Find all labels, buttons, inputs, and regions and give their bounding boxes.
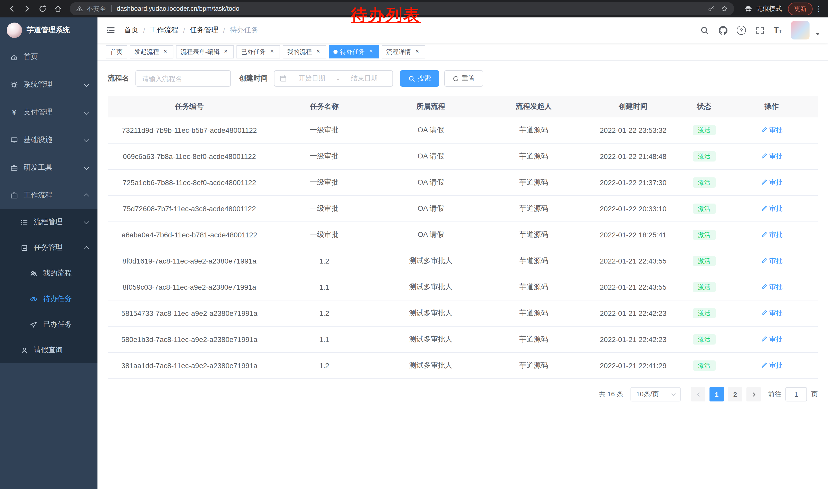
cell-task-name: 1.2 xyxy=(271,300,378,326)
goto-page-input[interactable] xyxy=(785,387,807,402)
col-task-name: 任务名称 xyxy=(271,96,378,118)
sidebar-item-my-process[interactable]: 我的流程 xyxy=(0,261,97,286)
tab-close-icon[interactable]: × xyxy=(315,48,322,55)
date-range-picker[interactable]: 开始日期 - 结束日期 xyxy=(274,70,393,87)
font-size-button[interactable]: TT xyxy=(774,26,782,34)
omnibox-actions xyxy=(707,5,728,12)
approve-link[interactable]: 审批 xyxy=(760,282,783,292)
tab[interactable]: 首页 xyxy=(106,45,127,58)
approve-link[interactable]: 审批 xyxy=(760,152,783,161)
cell-task-id: 580e1b3d-7ac8-11ec-a9e2-a2380e71991a xyxy=(108,326,271,353)
browser-forward-button[interactable] xyxy=(20,2,34,15)
docs-help-button[interactable]: ? xyxy=(737,26,746,35)
approve-link[interactable]: 审批 xyxy=(760,309,783,318)
user-avatar[interactable] xyxy=(791,21,810,40)
process-name-input[interactable] xyxy=(135,70,231,87)
page-content: 流程名 创建时间 开始日期 - 结束日期 搜索 重 xyxy=(97,61,828,504)
approve-link[interactable]: 审批 xyxy=(760,335,783,344)
browser-menu-button[interactable]: ⋮ xyxy=(815,2,823,15)
sidebar-item-task-mgmt[interactable]: 任务管理 xyxy=(0,235,97,261)
sidebar-item-label: 我的流程 xyxy=(43,269,72,278)
header-search-button[interactable] xyxy=(700,26,709,35)
tab[interactable]: 我的流程 × xyxy=(283,45,326,58)
cell-created: 2022-01-21 22:43:55 xyxy=(584,274,683,300)
tab[interactable]: 待办任务 × xyxy=(329,45,379,58)
tab-close-icon[interactable]: × xyxy=(268,48,276,55)
cell-created: 2022-01-22 18:25:41 xyxy=(584,222,683,248)
navbar: 首页 / 工作流程 / 任务管理 / 待办任务 ? xyxy=(97,17,828,43)
breadcrumb-item[interactable]: 首页 xyxy=(124,26,138,35)
tab[interactable]: 流程详情 × xyxy=(382,45,425,58)
next-page-button[interactable] xyxy=(746,387,761,402)
browser-home-button[interactable] xyxy=(51,2,65,15)
table-row: 73211d9d-7b9b-11ec-b5b7-acde48001122 一级审… xyxy=(108,118,818,143)
breadcrumb-item[interactable]: 任务管理 xyxy=(190,26,218,35)
reset-button[interactable]: 重置 xyxy=(444,70,483,87)
cell-created: 2022-01-22 21:48:48 xyxy=(584,143,683,170)
tab[interactable]: 发起流程 × xyxy=(130,45,173,58)
browser-back-button[interactable] xyxy=(5,2,18,15)
key-icon[interactable] xyxy=(707,5,715,12)
logo[interactable]: 芋道管理系统 xyxy=(0,17,97,43)
browser-reload-button[interactable] xyxy=(36,2,49,15)
approve-link[interactable]: 审批 xyxy=(760,230,783,239)
approve-link[interactable]: 审批 xyxy=(760,126,783,135)
font-size-small-icon: T xyxy=(779,29,782,34)
breadcrumb-item[interactable]: 工作流程 xyxy=(150,26,178,35)
sidebar-item-process-mgmt[interactable]: 流程管理 xyxy=(0,209,97,235)
sidebar-item-home[interactable]: 首页 xyxy=(0,43,97,71)
page-button-2[interactable]: 2 xyxy=(728,387,742,402)
cell-action: 审批 xyxy=(726,248,818,274)
tab-close-icon[interactable]: × xyxy=(413,48,421,55)
approve-link[interactable]: 审批 xyxy=(760,204,783,213)
update-button[interactable]: 更新 xyxy=(788,2,813,15)
breadcrumb-current: 待办任务 xyxy=(230,26,258,35)
sidebar-item-payment[interactable]: ¥ 支付管理 xyxy=(0,98,97,126)
tab[interactable]: 已办任务 × xyxy=(237,45,280,58)
cell-initiator: 芋道源码 xyxy=(484,300,584,326)
prev-page-button[interactable] xyxy=(691,387,705,402)
tab-close-icon[interactable]: × xyxy=(367,48,374,55)
approve-link-label: 审批 xyxy=(769,230,783,239)
table-row: 75d72608-7b7f-11ec-a3c8-acde48001122 一级审… xyxy=(108,196,818,222)
bookmark-star-icon[interactable] xyxy=(721,5,728,12)
sidebar-item-done-task[interactable]: 已办任务 xyxy=(0,312,97,337)
tab-close-icon[interactable]: × xyxy=(162,48,169,55)
cell-created: 2022-01-21 22:42:23 xyxy=(584,326,683,353)
github-button[interactable] xyxy=(718,26,728,35)
col-task-id: 任务编号 xyxy=(108,96,271,118)
search-icon xyxy=(700,26,709,35)
sidebar-toggle-button[interactable] xyxy=(106,25,116,35)
page-button-1[interactable]: 1 xyxy=(709,387,724,402)
sidebar-item-system[interactable]: 系统管理 xyxy=(0,71,97,98)
status-badge: 激活 xyxy=(693,282,715,292)
fullscreen-button[interactable] xyxy=(755,26,764,35)
cell-process: 测试多审批人 xyxy=(378,300,484,326)
sidebar-item-infra[interactable]: 基础设施 xyxy=(0,126,97,154)
sidebar-item-todo-task[interactable]: 待办任务 xyxy=(0,286,97,312)
approve-link[interactable]: 审批 xyxy=(760,178,783,187)
cell-task-name: 1.2 xyxy=(271,248,378,274)
cell-action: 审批 xyxy=(726,353,818,379)
cell-task-id: 8f0d1619-7ac8-11ec-a9e2-a2380e71991a xyxy=(108,248,271,274)
tab[interactable]: 流程表单-编辑 × xyxy=(176,45,234,58)
sidebar-item-workflow[interactable]: 工作流程 xyxy=(0,182,97,209)
logo-avatar xyxy=(7,22,22,38)
avatar-caret-icon[interactable] xyxy=(816,33,820,35)
edit-icon xyxy=(760,153,767,160)
cell-created: 2022-01-21 22:42:23 xyxy=(584,300,683,326)
cell-task-id: 725a1eb6-7b88-11ec-8ef0-acde48001122 xyxy=(108,170,271,196)
tab-label: 流程表单-编辑 xyxy=(180,47,219,56)
page-size-select[interactable]: 10条/页 xyxy=(630,387,681,402)
tab-close-icon[interactable]: × xyxy=(222,48,229,55)
end-date-placeholder: 结束日期 xyxy=(341,74,387,83)
approve-link[interactable]: 审批 xyxy=(760,361,783,370)
table-row: 381aa1dd-7ac8-11ec-a9e2-a2380e71991a 1.2… xyxy=(108,353,818,379)
url-text: dashboard.yudao.iocoder.cn/bpm/task/todo xyxy=(117,5,239,12)
approve-link[interactable]: 审批 xyxy=(760,256,783,266)
dashboard-icon xyxy=(10,53,18,61)
sidebar-item-leave-query[interactable]: 请假查询 xyxy=(0,337,97,363)
forward-arrow-icon xyxy=(23,5,31,13)
sidebar-item-devtools[interactable]: 研发工具 xyxy=(0,154,97,182)
search-button[interactable]: 搜索 xyxy=(400,70,439,87)
